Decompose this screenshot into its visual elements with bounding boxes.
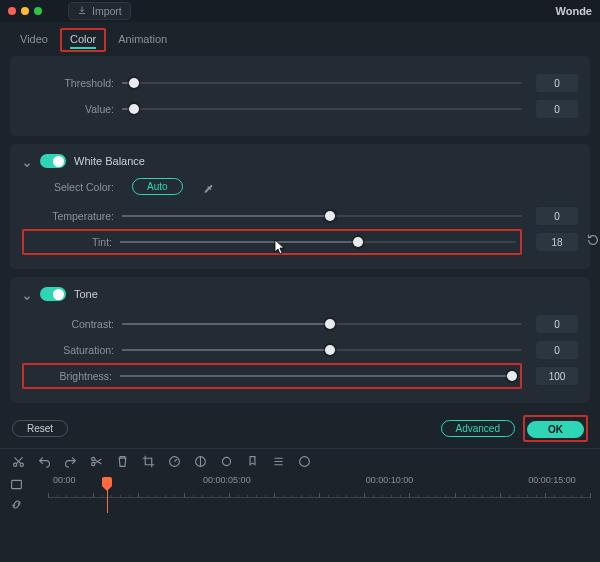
more-icon[interactable] <box>296 453 312 469</box>
tab-video[interactable]: Video <box>10 28 58 52</box>
crop-icon[interactable] <box>140 453 156 469</box>
close-window-icon[interactable] <box>8 7 16 15</box>
timeline: 00:00 00:00:05:00 00:00:10:00 00:00:15:0… <box>0 473 600 511</box>
brightness-label: Brightness: <box>24 370 120 382</box>
tl-label-2: 00:00:10:00 <box>366 475 414 485</box>
threshold-label: Threshold: <box>22 77 122 89</box>
sliders-icon[interactable] <box>270 453 286 469</box>
tint-value[interactable]: 18 <box>536 233 578 251</box>
window-titlebar: Import Wonde <box>0 0 600 22</box>
brand-label: Wonde <box>556 5 592 17</box>
row-threshold: Threshold: 0 <box>22 70 578 96</box>
adjust-icon[interactable] <box>192 453 208 469</box>
cut-icon[interactable] <box>10 453 26 469</box>
select-color-label: Select Color: <box>22 181 122 193</box>
eyedropper-icon[interactable] <box>203 181 215 193</box>
value-slider[interactable] <box>122 99 522 119</box>
row-value: Value: 0 <box>22 96 578 122</box>
white-balance-header[interactable]: White Balance <box>22 154 578 168</box>
saturation-slider[interactable] <box>122 340 522 360</box>
row-saturation: Saturation: 0 <box>22 337 578 363</box>
reset-tint-icon[interactable] <box>586 233 600 251</box>
contrast-slider[interactable] <box>122 314 522 334</box>
playhead[interactable] <box>102 477 112 503</box>
tab-color[interactable]: Color <box>60 28 106 52</box>
svg-point-2 <box>91 457 94 460</box>
white-balance-title: White Balance <box>74 155 145 167</box>
svg-rect-8 <box>12 480 22 488</box>
value-value[interactable]: 0 <box>536 100 578 118</box>
tint-slider[interactable] <box>120 232 516 252</box>
svg-point-6 <box>222 457 230 465</box>
timeline-ruler[interactable] <box>48 489 590 509</box>
tone-header[interactable]: Tone <box>22 287 578 301</box>
panel-tone: Tone Contrast: 0 Saturation: 0 Brightnes… <box>10 277 590 403</box>
brightness-slider[interactable] <box>120 366 516 386</box>
white-balance-toggle[interactable] <box>40 154 66 168</box>
temperature-value[interactable]: 0 <box>536 207 578 225</box>
panel-basic: Threshold: 0 Value: 0 <box>10 56 590 136</box>
tone-toggle[interactable] <box>40 287 66 301</box>
saturation-value[interactable]: 0 <box>536 341 578 359</box>
maximize-window-icon[interactable] <box>34 7 42 15</box>
row-temperature: Temperature: 0 <box>22 203 578 229</box>
row-tint: Tint: 18 <box>22 229 578 255</box>
redo-icon[interactable] <box>62 453 78 469</box>
tl-label-0: 00:00 <box>53 475 76 485</box>
contrast-label: Contrast: <box>22 318 122 330</box>
timeline-ruler-area[interactable]: 00:00 00:00:05:00 00:00:10:00 00:00:15:0… <box>48 475 590 511</box>
row-contrast: Contrast: 0 <box>22 311 578 337</box>
value-label: Value: <box>22 103 122 115</box>
temperature-label: Temperature: <box>22 210 122 222</box>
import-button[interactable]: Import <box>68 2 131 20</box>
speed-icon[interactable] <box>166 453 182 469</box>
contrast-value[interactable]: 0 <box>536 315 578 333</box>
advanced-button[interactable]: Advanced <box>441 420 515 437</box>
threshold-value[interactable]: 0 <box>536 74 578 92</box>
trash-icon[interactable] <box>114 453 130 469</box>
import-icon <box>77 6 87 16</box>
reset-button[interactable]: Reset <box>12 420 68 437</box>
chevron-down-icon <box>22 289 32 299</box>
minimize-window-icon[interactable] <box>21 7 29 15</box>
scissors-icon[interactable] <box>88 453 104 469</box>
timeline-left-icons <box>10 475 38 511</box>
svg-point-7 <box>299 456 309 466</box>
import-label: Import <box>92 5 122 17</box>
auto-button[interactable]: Auto <box>132 178 183 195</box>
undo-icon[interactable] <box>36 453 52 469</box>
brightness-value[interactable]: 100 <box>536 367 578 385</box>
saturation-label: Saturation: <box>22 344 122 356</box>
svg-point-3 <box>91 462 94 465</box>
ok-highlight: OK <box>523 415 588 442</box>
tone-title: Tone <box>74 288 98 300</box>
ok-button[interactable]: OK <box>527 421 584 438</box>
footer-buttons: Reset Advanced OK <box>0 411 600 448</box>
threshold-slider[interactable] <box>122 73 522 93</box>
svg-point-0 <box>13 463 16 466</box>
timeline-toolbar <box>0 448 600 473</box>
row-select-color: Select Color: Auto <box>22 178 578 195</box>
tabs: Video Color Animation <box>0 22 600 52</box>
tab-animation[interactable]: Animation <box>108 28 177 52</box>
timeline-labels: 00:00 00:00:05:00 00:00:10:00 00:00:15:0… <box>48 475 590 487</box>
temperature-slider[interactable] <box>122 206 522 226</box>
link-icon[interactable] <box>10 497 24 511</box>
chevron-down-icon <box>22 156 32 166</box>
tl-label-3: 00:00:15:00 <box>528 475 576 485</box>
row-brightness: Brightness: 100 <box>22 363 578 389</box>
window-controls <box>8 7 42 15</box>
panel-white-balance: White Balance Select Color: Auto Tempera… <box>10 144 590 269</box>
marker-icon[interactable] <box>244 453 260 469</box>
color-icon[interactable] <box>218 453 234 469</box>
svg-point-1 <box>20 463 23 466</box>
media-icon[interactable] <box>10 477 24 491</box>
tl-label-1: 00:00:05:00 <box>203 475 251 485</box>
tint-label: Tint: <box>24 236 120 248</box>
